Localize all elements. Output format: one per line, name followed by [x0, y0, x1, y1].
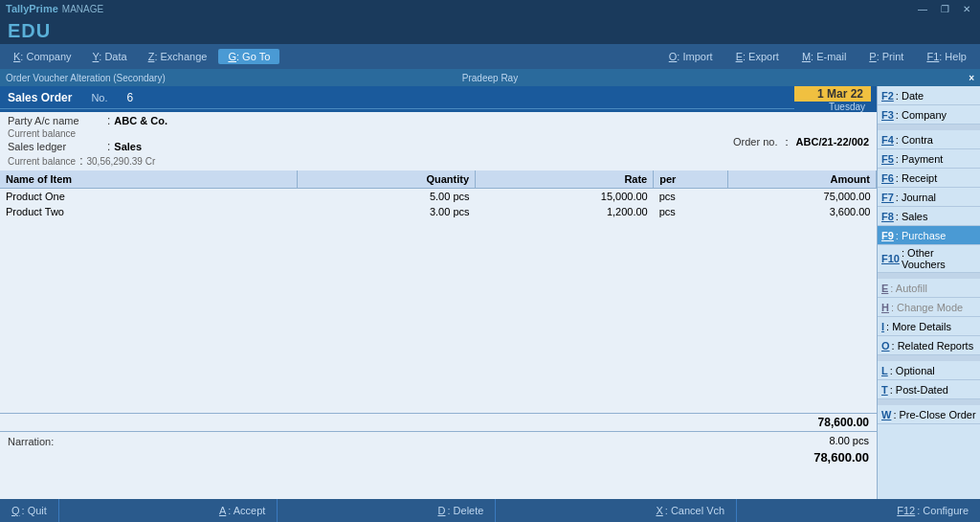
grand-total-qty: 8.00 pcs: [829, 435, 869, 446]
so-date[interactable]: 1 Mar 22: [794, 86, 871, 102]
party-name-row: Party A/c name : ABC & Co.: [8, 114, 714, 127]
content-area: Sales Order No. 6 1 Mar 22 Tuesday Party…: [0, 86, 877, 499]
close-button[interactable]: ✕: [959, 4, 974, 14]
table-row[interactable]: Product One 5.00 pcs 15,000.00 pcs 75,00…: [0, 189, 877, 205]
menu-item-data[interactable]: Y: Data: [83, 49, 137, 64]
grand-total-amount: 78,600.00: [813, 450, 869, 465]
menu-item-exchange[interactable]: Z: Exchange: [139, 49, 217, 64]
item-amount-0: 75,000.00: [727, 189, 876, 205]
app-manage: MANAGE: [62, 4, 103, 14]
sidebar-item-o-relatedreports[interactable]: O: Related Reports: [878, 336, 980, 355]
narration-label: Narration:: [8, 436, 54, 447]
menu-item-help[interactable]: F1: Help: [917, 49, 976, 64]
subtotal-row: 78,600.00: [0, 413, 877, 431]
sidebar-item-f2-date[interactable]: F2: Date: [878, 86, 980, 105]
item-qty-1: 3.00 pcs: [297, 204, 475, 219]
sidebar-item-f3-company[interactable]: F3: Company: [878, 105, 980, 125]
bottom-bar: Q: Quit A: Accept D: Delete X: Cancel Vc…: [0, 499, 980, 522]
subtotal-amount: 78,600.00: [773, 416, 869, 429]
sidebar-item-w-preclose[interactable]: W: Pre-Close Order: [878, 405, 980, 424]
menu-item-goto[interactable]: G: Go To: [218, 49, 279, 64]
title-bar: TallyPrime MANAGE — ❐ ✕: [0, 0, 980, 17]
party-balance-row: Current balance: [8, 128, 714, 139]
sidebar-item-f5-payment[interactable]: F5: Payment: [878, 149, 980, 169]
menu-item-export[interactable]: E: Export: [726, 49, 789, 64]
item-name-1: Product Two: [0, 204, 297, 219]
window-controls[interactable]: — ❐ ✕: [914, 4, 974, 14]
info-combined: Party A/c name : ABC & Co. Current balan…: [0, 114, 877, 169]
sidebar-item-t-postdated[interactable]: T: Post-Dated: [878, 380, 980, 399]
party-name-value[interactable]: ABC & Co.: [114, 115, 167, 126]
so-date-col: 1 Mar 22 Tuesday: [794, 86, 877, 112]
menu-item-import[interactable]: O: Import: [659, 49, 723, 64]
app-logo: TallyPrime: [6, 3, 58, 14]
sidebar-item-i-moredetails[interactable]: I: More Details: [878, 317, 980, 336]
so-header: Sales Order No. 6: [0, 86, 794, 109]
accept-button[interactable]: A: Accept: [208, 499, 278, 522]
order-no-row: Order no. : ABC/21-22/002: [733, 136, 869, 148]
sidebar-item-e-autofill[interactable]: E: Autofill: [878, 279, 980, 298]
order-info-col: Order no. : ABC/21-22/002: [714, 114, 869, 169]
item-per-0: pcs: [654, 189, 728, 205]
item-qty-0: 5.00 pcs: [297, 189, 475, 205]
app-title: EDU: [8, 20, 51, 42]
menu-bar-right: O: Import E: Export M: E-mail P: Print F…: [659, 49, 976, 64]
order-no-value: ABC/21-22/002: [796, 136, 869, 148]
sales-ledger-row: Sales ledger : Sales: [8, 140, 714, 153]
title-bar-left: TallyPrime MANAGE: [6, 3, 103, 14]
right-sidebar: F2: Date F3: Company F4: Contra F5: Paym…: [877, 86, 980, 499]
sidebar-item-f8-sales[interactable]: F8: Sales: [878, 207, 980, 226]
col-header-qty: Quantity: [297, 170, 475, 189]
user-name: Pradeep Ray: [462, 73, 518, 83]
narration-input[interactable]: [8, 448, 658, 496]
menu-bar: K: Company Y: Data Z: Exchange G: Go To …: [0, 44, 980, 69]
ledger-balance-row: Current balance : 30,56,290.39 Cr: [8, 154, 714, 168]
menu-item-company[interactable]: K: Company: [4, 49, 81, 64]
col-header-name: Name of Item: [0, 170, 297, 189]
sidebar-item-f9-purchase[interactable]: F9: Purchase: [878, 226, 980, 245]
item-rate-0: 15,000.00: [476, 189, 654, 205]
col-header-rate: Rate: [476, 170, 654, 189]
menu-item-email[interactable]: M: E-mail: [792, 49, 856, 64]
sidebar-item-h-changemode[interactable]: H: Change Mode: [878, 298, 980, 317]
sidebar-item-f7-journal[interactable]: F7: Journal: [878, 188, 980, 207]
so-no-label: No.: [91, 92, 107, 103]
delete-button[interactable]: D: Delete: [427, 499, 497, 522]
party-balance-label: Current balance: [8, 128, 76, 139]
app-header: EDU: [0, 17, 980, 44]
party-name-label: Party A/c name: [8, 115, 103, 126]
ledger-balance-value: 30,56,290.39 Cr: [87, 156, 156, 167]
configure-button[interactable]: F12: Configure: [885, 499, 980, 522]
ledger-balance-label: Current balance: [8, 156, 76, 167]
so-no-value[interactable]: 6: [127, 91, 134, 104]
sidebar-item-f6-receipt[interactable]: F6: Receipt: [878, 169, 980, 188]
sidebar-item-f4-contra[interactable]: F4: Contra: [878, 130, 980, 149]
voucher-title: Order Voucher Alteration (Secondary): [6, 73, 166, 83]
narration-grand-row: Narration: 8.00 pcs 78,600.00: [0, 431, 877, 499]
col-header-amount: Amount: [727, 170, 876, 189]
col-header-per: per: [654, 170, 728, 189]
party-info-col: Party A/c name : ABC & Co. Current balan…: [8, 114, 714, 169]
menu-item-print[interactable]: P: Print: [859, 49, 913, 64]
maximize-button[interactable]: ❐: [937, 4, 953, 14]
narration-left: Narration:: [0, 432, 666, 499]
order-no-label: Order no.: [733, 136, 777, 148]
items-table-section: Name of Item Quantity Rate per Amount Pr…: [0, 170, 877, 413]
item-amount-1: 3,600.00: [727, 204, 876, 219]
quit-button[interactable]: Q: Quit: [0, 499, 59, 522]
sidebar-item-f10-other[interactable]: F10: Other Vouchers: [878, 245, 980, 273]
sales-ledger-label: Sales ledger: [8, 141, 103, 152]
sidebar-item-l-optional[interactable]: L: Optional: [878, 361, 980, 380]
main-layout: Sales Order No. 6 1 Mar 22 Tuesday Party…: [0, 86, 980, 499]
voucher-header-bar: Order Voucher Alteration (Secondary) Pra…: [0, 69, 980, 86]
table-row[interactable]: Product Two 3.00 pcs 1,200.00 pcs 3,600.…: [0, 204, 877, 219]
minimize-button[interactable]: —: [914, 4, 931, 14]
voucher-close-button[interactable]: ×: [969, 73, 974, 83]
items-table: Name of Item Quantity Rate per Amount Pr…: [0, 170, 877, 219]
cancel-vch-button[interactable]: X: Cancel Vch: [644, 499, 737, 522]
so-title: Sales Order: [8, 91, 72, 104]
item-per-1: pcs: [654, 204, 728, 219]
sales-ledger-value[interactable]: Sales: [114, 141, 142, 152]
so-day: Tuesday: [829, 102, 871, 112]
table-header-row: Name of Item Quantity Rate per Amount: [0, 170, 877, 189]
